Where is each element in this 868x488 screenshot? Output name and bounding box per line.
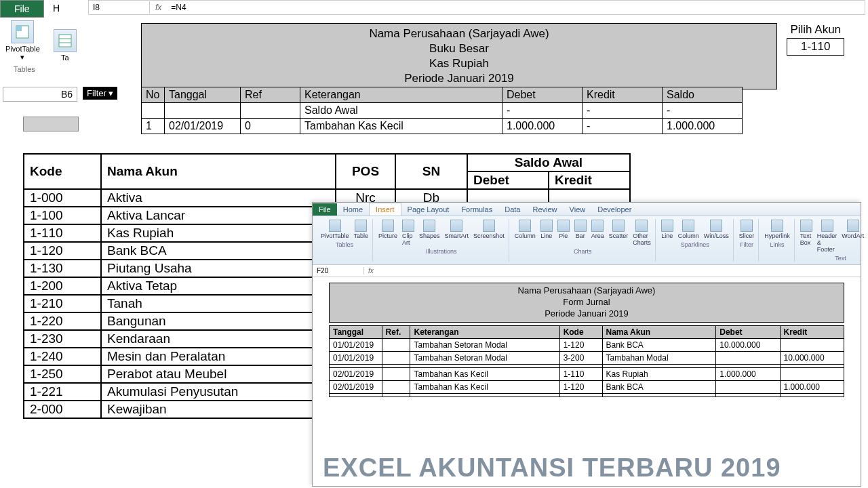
table-row[interactable]: 02/01/2019Tambahan Kas Kecil1-120Bank BC…: [330, 380, 844, 393]
tab-insert[interactable]: Insert: [369, 203, 401, 216]
cell-nama[interactable]: Aktiva Tetap: [101, 277, 336, 295]
col-sn[interactable]: SN: [395, 154, 467, 189]
table-row[interactable]: 01/01/2019Tambahan Setoran Modal1-120Ban…: [330, 338, 844, 351]
cell-nama[interactable]: Aktiva: [101, 189, 336, 207]
tab-file[interactable]: File: [313, 203, 337, 216]
cell-kode[interactable]: 3-200: [559, 351, 602, 364]
bar-button[interactable]: Bar: [573, 219, 588, 247]
cell-tanggal[interactable]: [330, 393, 382, 396]
fx-icon[interactable]: fx: [150, 3, 167, 12]
col-debet[interactable]: Debet: [716, 325, 780, 338]
cell-keterangan[interactable]: Tambahan Kas Kecil: [410, 380, 559, 393]
pivottable-button[interactable]: PivotTable ▾: [3, 18, 43, 64]
header---footer-button[interactable]: Header & Footer: [816, 219, 839, 253]
nested-name-box[interactable]: F20: [313, 267, 364, 274]
cell-nama[interactable]: Tambahan Modal: [602, 351, 716, 364]
tab-review[interactable]: Review: [526, 203, 563, 216]
table-button[interactable]: Table: [353, 219, 370, 240]
column-button[interactable]: Column: [513, 219, 537, 247]
cell-no[interactable]: 1: [142, 119, 165, 134]
line-button[interactable]: Line: [660, 219, 675, 240]
col-tanggal[interactable]: Tanggal: [165, 87, 241, 103]
clip-art-button[interactable]: Clip Art: [401, 219, 416, 247]
cell-kode[interactable]: 1-210: [24, 295, 101, 312]
cell-kredit[interactable]: [780, 367, 844, 380]
col-kredit[interactable]: Kredit: [549, 171, 630, 189]
cell-saldo[interactable]: 1.000.000: [663, 119, 743, 134]
cell-debet[interactable]: 1.000.000: [716, 367, 780, 380]
smartart-button[interactable]: SmartArt: [443, 219, 471, 247]
name-box[interactable]: B6: [3, 87, 77, 102]
cell-debet[interactable]: 10.000.000: [716, 338, 780, 351]
cell-kode[interactable]: 1-221: [24, 383, 101, 401]
col-debet[interactable]: Debet: [467, 171, 549, 189]
cell-nama[interactable]: Kas Rupiah: [101, 224, 336, 242]
other-charts-button[interactable]: Other Charts: [631, 219, 652, 247]
area-button[interactable]: Area: [590, 219, 606, 247]
account-selector-value[interactable]: 1-110: [787, 38, 844, 56]
cell-nama[interactable]: Kas Rupiah: [602, 367, 716, 380]
cell-keterangan[interactable]: Tambahan Kas Kecil: [410, 367, 559, 380]
cell-kredit[interactable]: -: [583, 119, 663, 134]
cell-kredit[interactable]: -: [583, 103, 663, 119]
cell-debet[interactable]: [716, 351, 780, 364]
pivottable-button[interactable]: PivotTable: [319, 219, 351, 240]
slicer-button[interactable]: Slicer: [738, 219, 756, 240]
cell-debet[interactable]: 1.000.000: [502, 119, 583, 134]
cell-kode[interactable]: 1-200: [24, 277, 101, 295]
col-kode[interactable]: Kode: [24, 154, 101, 189]
cell-ref[interactable]: [382, 393, 410, 396]
cell-kredit[interactable]: 10.000.000: [780, 351, 844, 364]
shapes-button[interactable]: Shapes: [418, 219, 441, 247]
tab-page-layout[interactable]: Page Layout: [401, 203, 456, 216]
cell-kode[interactable]: 1-120: [559, 380, 602, 393]
cell-ref[interactable]: [382, 367, 410, 380]
cell-kode[interactable]: [559, 393, 602, 396]
cell-kode[interactable]: 1-120: [559, 338, 602, 351]
cell-kode[interactable]: 1-110: [24, 224, 101, 242]
cell-ref[interactable]: 0: [241, 119, 300, 134]
cell-ref[interactable]: [382, 380, 410, 393]
cell-nama[interactable]: Kendaraan: [101, 330, 336, 348]
picture-button[interactable]: Picture: [377, 219, 399, 247]
cell-kredit[interactable]: [780, 393, 844, 396]
tab-home[interactable]: Home: [337, 203, 369, 216]
cell-kode[interactable]: 1-120: [24, 242, 101, 260]
filter-button[interactable]: Filter ▾: [83, 87, 117, 100]
cell-kredit[interactable]: [780, 338, 844, 351]
tab-data[interactable]: Data: [498, 203, 526, 216]
cell-debet[interactable]: [716, 380, 780, 393]
cell-name-box[interactable]: I8: [89, 1, 150, 14]
col-nama-akun[interactable]: Nama Akun: [602, 325, 716, 338]
cell-kredit[interactable]: 1.000.000: [780, 380, 844, 393]
cell-nama[interactable]: Kewajiban: [101, 401, 336, 418]
col-kode[interactable]: Kode: [559, 325, 602, 338]
cell-nama[interactable]: Bangunan: [101, 312, 336, 330]
table-row[interactable]: 02/01/2019Tambahan Kas Kecil1-110Kas Rup…: [330, 367, 844, 380]
col-pos[interactable]: POS: [336, 154, 395, 189]
cell-nama[interactable]: Mesin dan Peralatan: [101, 348, 336, 365]
cell-tanggal[interactable]: 02/01/2019: [330, 380, 382, 393]
col-tanggal[interactable]: Tanggal: [330, 325, 382, 338]
col-saldo-awal[interactable]: Saldo Awal: [467, 154, 630, 171]
cell-ref[interactable]: [241, 103, 300, 119]
col-keterangan[interactable]: Keterangan: [410, 325, 559, 338]
cell-kode[interactable]: 1-240: [24, 348, 101, 365]
cell-keterangan[interactable]: Tambahan Kas Kecil: [300, 119, 502, 134]
col-ref[interactable]: Ref: [241, 87, 300, 103]
cell-tanggal[interactable]: 01/01/2019: [330, 338, 382, 351]
cell-tanggal[interactable]: 02/01/2019: [165, 119, 241, 134]
table-row[interactable]: Saldo Awal---: [142, 103, 743, 119]
col-saldo[interactable]: Saldo: [663, 87, 743, 103]
cell-nama[interactable]: Tanah: [101, 295, 336, 312]
cell-nama[interactable]: Perabot atau Meubel: [101, 365, 336, 383]
fx-icon[interactable]: fx: [364, 267, 378, 274]
pie-button[interactable]: Pie: [556, 219, 571, 247]
cell-debet[interactable]: [716, 393, 780, 396]
cell-tanggal[interactable]: [165, 103, 241, 119]
cell-nama[interactable]: Aktiva Lancar: [101, 207, 336, 224]
cell-tanggal[interactable]: 02/01/2019: [330, 367, 382, 380]
wordart-button[interactable]: WordArt: [840, 219, 865, 253]
cell-nama[interactable]: Bank BCA: [602, 338, 716, 351]
col-ref[interactable]: Ref.: [382, 325, 410, 338]
